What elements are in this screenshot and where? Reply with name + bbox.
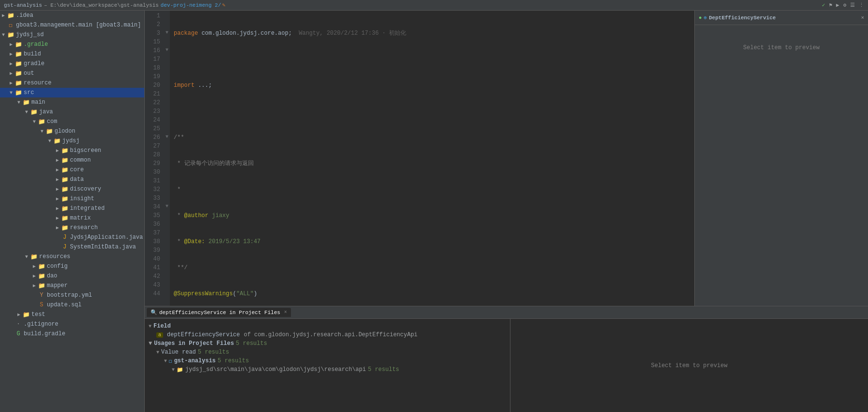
close-tab-icon[interactable]: × [284, 310, 287, 315]
arrow-test: ▶ [15, 312, 22, 317]
extra-icon2[interactable]: ⋮ [859, 2, 864, 8]
tree-item-gboat3[interactable]: ◻ gboat3.management.main [gboat3.main] [0, 20, 144, 30]
label-idea: .idea [16, 12, 33, 19]
ln-32: 32 [145, 185, 160, 194]
field-type: of com.glodon.jydsj.research.api.DeptEff… [244, 331, 417, 338]
ln-36: 36 [145, 220, 160, 229]
tree-item-gradle[interactable]: ▶ 📁 .gradle [0, 40, 144, 49]
cf-37 [164, 228, 170, 236]
cf-20 [164, 80, 170, 89]
arrow-common: ▶ [54, 157, 61, 163]
tree-item-common[interactable]: ▶ 📁 common [0, 155, 144, 165]
flag-icon[interactable]: ⚑ [829, 2, 832, 8]
tree-item-bootstrap[interactable]: Y bootstrap.yml [0, 290, 144, 300]
label-discovery: discovery [70, 186, 101, 192]
tab-label-find-usages: deptEfficiencyService in Project Files [159, 310, 280, 316]
ln-43: 43 [145, 281, 160, 289]
tree-item-glodon[interactable]: ▼ 📁 glodon [0, 126, 144, 136]
project-count: 5 results [218, 357, 249, 364]
tree-item-com[interactable]: ▼ 📁 com [0, 117, 144, 126]
cf-30 [164, 167, 170, 176]
tree-item-config[interactable]: ▶ 📁 config [0, 261, 144, 271]
value-read-arrow: ▼ [156, 350, 159, 355]
tree-item-systeminit[interactable]: J SystemInitData.java [0, 242, 144, 252]
ln-33: 33 [145, 194, 160, 203]
ln-19: 19 [145, 72, 160, 81]
ln-3: 3 [145, 29, 160, 38]
ln-27: 27 [145, 142, 160, 151]
tree-item-jydsj-app[interactable]: J JydsjApplication.java [0, 233, 144, 242]
bottom-content-wrapper: ▼ Field a deptEfficiencyService of com.g… [145, 319, 868, 412]
tree-item-matrix[interactable]: ▶ 📁 matrix [0, 213, 144, 223]
run-icon[interactable]: ▶ [836, 2, 840, 8]
code-content[interactable]: package com.glodon.jydsj.core.aop; Wangt… [170, 11, 694, 306]
ln-31: 31 [145, 177, 160, 185]
folder-icon-java: 📁 [30, 109, 38, 116]
tree-item-core[interactable]: ▶ 📁 core [0, 165, 144, 175]
cf-33 [164, 193, 170, 202]
check-icon[interactable]: ✓ [822, 2, 826, 8]
tree-item-integrated[interactable]: ▶ 📁 integrated [0, 204, 144, 213]
code-line-17: * 记录每个访问的请求与返回 [174, 159, 694, 168]
tree-item-build[interactable]: ▶ 📁 build [0, 49, 144, 59]
code-line-22: @SuppressWarnings("ALL") [174, 289, 694, 298]
tree-item-build-gradle[interactable]: G build.gradle [0, 329, 144, 339]
tree-item-resources[interactable]: ▼ 📁 resources [0, 252, 144, 261]
tree-item-gradle2[interactable]: ▶ 📁 gradle [0, 59, 144, 69]
ln-24: 24 [145, 116, 160, 124]
tree-item-jydsj[interactable]: ▼ 📁 jydsj [0, 136, 144, 146]
tree-item-data[interactable]: ▶ 📁 data [0, 175, 144, 184]
cf-39 [164, 245, 170, 254]
folder-icon-build: 📁 [14, 51, 22, 58]
tree-item-java[interactable]: ▼ 📁 java [0, 107, 144, 117]
tree-item-mapper[interactable]: ▶ 📁 mapper [0, 281, 144, 290]
close-icon-right[interactable]: × [861, 15, 864, 21]
value-read-row[interactable]: ▼ Value read 5 results [149, 348, 506, 357]
folder-icon-config: 📁 [38, 263, 45, 270]
tree-item-src[interactable]: ▼ 📁 src [0, 88, 144, 97]
label-config: config [47, 263, 68, 270]
ln-41: 41 [145, 263, 160, 272]
tree-item-dao[interactable]: ▶ 📁 dao [0, 271, 144, 281]
java-icon-jydsj-app: J [61, 234, 69, 241]
cf-29 [164, 158, 170, 167]
ln-39: 39 [145, 246, 160, 255]
tree-item-research[interactable]: ▶ 📁 research [0, 223, 144, 233]
tree-item-gitignore[interactable]: · .gitignore [0, 319, 144, 329]
cf-38 [164, 236, 170, 245]
gitignore-icon: · [14, 321, 22, 328]
cf-43 [164, 280, 170, 288]
tree-item-test[interactable]: ▶ 📁 test [0, 310, 144, 319]
tree-item-jydsj-sd[interactable]: ▼ 📁 jydsj_sd [0, 30, 144, 40]
cf-31 [164, 176, 170, 184]
folder-icon-glodon: 📁 [45, 128, 53, 135]
tree-item-update-sql[interactable]: S update.sql [0, 300, 144, 310]
ln-18: 18 [145, 64, 160, 72]
tree-item-main[interactable]: ▼ 📁 main [0, 97, 144, 107]
folder-icon-dao: 📁 [38, 273, 45, 280]
path-row[interactable]: ▼ 📁 jydsj_sd\src\main\java\com\glodon\jy… [149, 365, 506, 374]
ln-23: 23 [145, 107, 160, 116]
cf-32 [164, 184, 170, 193]
right-panel-header: ● ⊕ DeptEfficiencyService × [695, 11, 868, 25]
ln-1: 1 [145, 12, 160, 20]
ln-22: 22 [145, 98, 160, 107]
project-row[interactable]: ▼ ◻ gst-analysis 5 results [149, 357, 506, 365]
tree-item-out[interactable]: ▶ 📁 out [0, 69, 144, 78]
extra-icon1[interactable]: ☰ [850, 2, 855, 8]
label-bigscreen: bigscreen [70, 147, 101, 154]
settings-icon[interactable]: ⚙ [843, 2, 846, 8]
tree-item-bigscreen[interactable]: ▶ 📁 bigscreen [0, 146, 144, 155]
label-systeminit: SystemInitData.java [70, 244, 136, 250]
tree-item-insight[interactable]: ▶ 📁 insight [0, 194, 144, 204]
cf-1 [164, 11, 170, 19]
tree-item-idea[interactable]: ▶ 📁 .idea [0, 11, 144, 20]
field-section-header[interactable]: ▼ Field [149, 321, 506, 330]
sql-icon-update: S [38, 302, 45, 308]
tree-item-resource[interactable]: ▶ 📁 resource [0, 78, 144, 88]
label-java: java [39, 109, 53, 115]
bottom-tab-find-usages[interactable]: 🔍 deptEfficiencyService in Project Files… [147, 308, 291, 317]
tree-item-discovery[interactable]: ▶ 📁 discovery [0, 184, 144, 194]
module-icon-gboat3: ◻ [7, 22, 14, 29]
path-count: 5 results [368, 366, 399, 373]
